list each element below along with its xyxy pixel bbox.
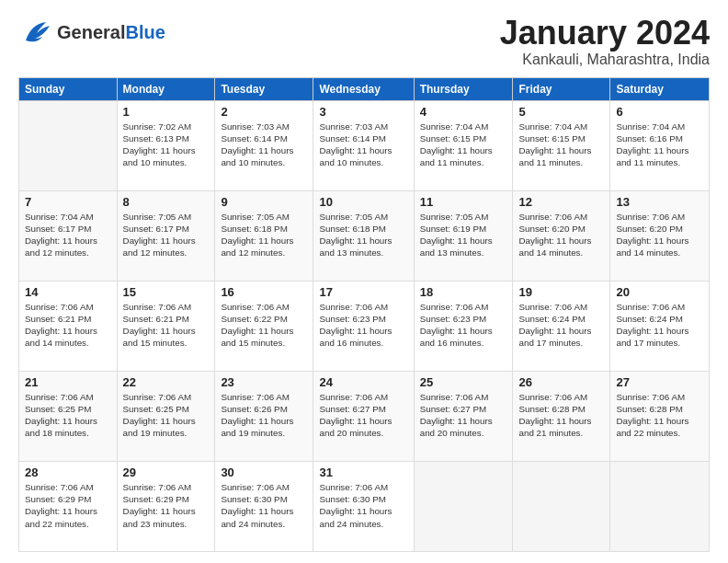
table-row: 18Sunrise: 7:06 AM Sunset: 6:23 PM Dayli… — [414, 281, 513, 371]
day-number: 3 — [319, 105, 407, 119]
day-info: Sunrise: 7:06 AM Sunset: 6:20 PM Dayligh… — [518, 211, 604, 259]
day-info: Sunrise: 7:03 AM Sunset: 6:14 PM Dayligh… — [319, 121, 407, 169]
day-info: Sunrise: 7:04 AM Sunset: 6:15 PM Dayligh… — [518, 121, 604, 169]
day-info: Sunrise: 7:04 AM Sunset: 6:16 PM Dayligh… — [616, 121, 703, 169]
day-info: Sunrise: 7:06 AM Sunset: 6:25 PM Dayligh… — [123, 391, 210, 440]
day-number: 4 — [420, 105, 507, 119]
day-number: 24 — [319, 375, 407, 389]
page: GeneralBlue January 2024 Kankauli, Mahar… — [0, 0, 728, 563]
day-info: Sunrise: 7:06 AM Sunset: 6:24 PM Dayligh… — [616, 301, 703, 350]
day-info: Sunrise: 7:06 AM Sunset: 6:23 PM Dayligh… — [420, 301, 507, 350]
calendar-table: Sunday Monday Tuesday Wednesday Thursday… — [18, 77, 710, 552]
title-block: January 2024 Kankauli, Maharashtra, Indi… — [500, 15, 710, 68]
logo: GeneralBlue — [18, 15, 165, 50]
day-info: Sunrise: 7:06 AM Sunset: 6:29 PM Dayligh… — [25, 481, 111, 530]
day-number: 6 — [616, 105, 703, 119]
day-info: Sunrise: 7:05 AM Sunset: 6:18 PM Dayligh… — [319, 211, 407, 259]
day-number: 9 — [221, 195, 307, 209]
day-info: Sunrise: 7:06 AM Sunset: 6:27 PM Dayligh… — [420, 391, 507, 440]
day-number: 16 — [221, 285, 307, 299]
table-row: 6Sunrise: 7:04 AM Sunset: 6:16 PM Daylig… — [610, 100, 710, 190]
table-row: 5Sunrise: 7:04 AM Sunset: 6:15 PM Daylig… — [513, 100, 610, 190]
table-row: 1Sunrise: 7:02 AM Sunset: 6:13 PM Daylig… — [117, 100, 215, 190]
calendar-week-row: 21Sunrise: 7:06 AM Sunset: 6:25 PM Dayli… — [19, 371, 710, 461]
col-monday: Monday — [117, 77, 215, 100]
day-info: Sunrise: 7:06 AM Sunset: 6:28 PM Dayligh… — [518, 391, 604, 440]
table-row: 22Sunrise: 7:06 AM Sunset: 6:25 PM Dayli… — [117, 371, 215, 461]
day-info: Sunrise: 7:06 AM Sunset: 6:23 PM Dayligh… — [319, 301, 407, 350]
day-info: Sunrise: 7:06 AM Sunset: 6:27 PM Dayligh… — [319, 391, 407, 440]
table-row: 26Sunrise: 7:06 AM Sunset: 6:28 PM Dayli… — [513, 371, 610, 461]
table-row: 4Sunrise: 7:04 AM Sunset: 6:15 PM Daylig… — [414, 100, 513, 190]
table-row: 12Sunrise: 7:06 AM Sunset: 6:20 PM Dayli… — [513, 190, 610, 281]
table-row: 14Sunrise: 7:06 AM Sunset: 6:21 PM Dayli… — [19, 281, 118, 371]
day-number: 19 — [518, 285, 604, 299]
table-row: 27Sunrise: 7:06 AM Sunset: 6:28 PM Dayli… — [610, 371, 710, 461]
day-number: 11 — [420, 195, 507, 209]
table-row: 20Sunrise: 7:06 AM Sunset: 6:24 PM Dayli… — [610, 281, 710, 371]
day-info: Sunrise: 7:04 AM Sunset: 6:17 PM Dayligh… — [25, 211, 111, 259]
calendar-week-row: 14Sunrise: 7:06 AM Sunset: 6:21 PM Dayli… — [19, 281, 710, 371]
table-row: 19Sunrise: 7:06 AM Sunset: 6:24 PM Dayli… — [513, 281, 610, 371]
day-number: 5 — [518, 105, 604, 119]
day-info: Sunrise: 7:06 AM Sunset: 6:22 PM Dayligh… — [221, 301, 307, 350]
table-row: 8Sunrise: 7:05 AM Sunset: 6:17 PM Daylig… — [117, 190, 215, 281]
day-info: Sunrise: 7:06 AM Sunset: 6:26 PM Dayligh… — [221, 391, 307, 440]
table-row: 28Sunrise: 7:06 AM Sunset: 6:29 PM Dayli… — [19, 461, 118, 551]
table-row: 7Sunrise: 7:04 AM Sunset: 6:17 PM Daylig… — [19, 190, 118, 281]
table-row — [610, 461, 710, 551]
day-info: Sunrise: 7:05 AM Sunset: 6:19 PM Dayligh… — [420, 211, 507, 259]
table-row: 29Sunrise: 7:06 AM Sunset: 6:29 PM Dayli… — [117, 461, 215, 551]
logo-blue: Blue — [125, 22, 165, 42]
table-row — [414, 461, 513, 551]
day-number: 21 — [25, 375, 111, 389]
day-info: Sunrise: 7:06 AM Sunset: 6:21 PM Dayligh… — [123, 301, 210, 350]
table-row: 30Sunrise: 7:06 AM Sunset: 6:30 PM Dayli… — [215, 461, 313, 551]
day-number: 29 — [123, 465, 210, 479]
header: GeneralBlue January 2024 Kankauli, Mahar… — [18, 15, 710, 68]
table-row: 25Sunrise: 7:06 AM Sunset: 6:27 PM Dayli… — [414, 371, 513, 461]
table-row: 31Sunrise: 7:06 AM Sunset: 6:30 PM Dayli… — [313, 461, 414, 551]
page-title: January 2024 — [500, 15, 710, 52]
day-info: Sunrise: 7:05 AM Sunset: 6:17 PM Dayligh… — [123, 211, 210, 259]
table-row: 3Sunrise: 7:03 AM Sunset: 6:14 PM Daylig… — [313, 100, 414, 190]
table-row: 17Sunrise: 7:06 AM Sunset: 6:23 PM Dayli… — [313, 281, 414, 371]
calendar-week-row: 1Sunrise: 7:02 AM Sunset: 6:13 PM Daylig… — [19, 100, 710, 190]
day-number: 13 — [616, 195, 703, 209]
calendar-header-row: Sunday Monday Tuesday Wednesday Thursday… — [19, 77, 710, 100]
table-row — [513, 461, 610, 551]
col-friday: Friday — [513, 77, 610, 100]
day-info: Sunrise: 7:06 AM Sunset: 6:30 PM Dayligh… — [221, 481, 307, 530]
day-number: 2 — [221, 105, 307, 119]
col-wednesday: Wednesday — [313, 77, 414, 100]
day-info: Sunrise: 7:02 AM Sunset: 6:13 PM Dayligh… — [123, 121, 210, 169]
day-number: 27 — [616, 375, 703, 389]
table-row: 10Sunrise: 7:05 AM Sunset: 6:18 PM Dayli… — [313, 190, 414, 281]
day-number: 17 — [319, 285, 407, 299]
table-row: 16Sunrise: 7:06 AM Sunset: 6:22 PM Dayli… — [215, 281, 313, 371]
logo-general: General — [57, 22, 125, 42]
day-info: Sunrise: 7:06 AM Sunset: 6:29 PM Dayligh… — [123, 481, 210, 530]
day-number: 23 — [221, 375, 307, 389]
day-number: 8 — [123, 195, 210, 209]
table-row: 23Sunrise: 7:06 AM Sunset: 6:26 PM Dayli… — [215, 371, 313, 461]
day-number: 14 — [25, 285, 111, 299]
day-info: Sunrise: 7:06 AM Sunset: 6:24 PM Dayligh… — [518, 301, 604, 350]
table-row: 11Sunrise: 7:05 AM Sunset: 6:19 PM Dayli… — [414, 190, 513, 281]
day-info: Sunrise: 7:06 AM Sunset: 6:25 PM Dayligh… — [25, 391, 111, 440]
day-info: Sunrise: 7:06 AM Sunset: 6:30 PM Dayligh… — [319, 481, 407, 530]
table-row — [19, 100, 118, 190]
col-sunday: Sunday — [19, 77, 118, 100]
day-number: 25 — [420, 375, 507, 389]
day-info: Sunrise: 7:06 AM Sunset: 6:28 PM Dayligh… — [616, 391, 703, 440]
table-row: 13Sunrise: 7:06 AM Sunset: 6:20 PM Dayli… — [610, 190, 710, 281]
table-row: 15Sunrise: 7:06 AM Sunset: 6:21 PM Dayli… — [117, 281, 215, 371]
day-number: 26 — [518, 375, 604, 389]
logo-bird-icon — [18, 15, 53, 50]
col-saturday: Saturday — [610, 77, 710, 100]
day-number: 28 — [25, 465, 111, 479]
day-number: 10 — [319, 195, 407, 209]
day-number: 15 — [123, 285, 210, 299]
page-subtitle: Kankauli, Maharashtra, India — [500, 52, 710, 68]
calendar-week-row: 7Sunrise: 7:04 AM Sunset: 6:17 PM Daylig… — [19, 190, 710, 281]
